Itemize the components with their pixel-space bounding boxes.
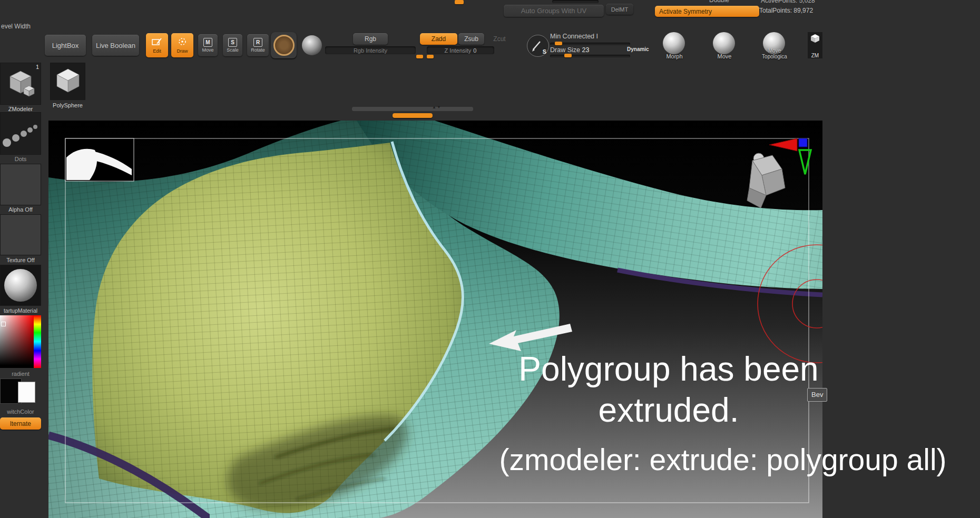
total-points-label: TotalPoints: 89,972 [759,7,813,14]
draw-size-nub[interactable] [564,54,572,57]
rotate-button[interactable]: R Rotate [247,34,269,56]
color-picker-sv-square[interactable] [0,315,34,368]
double-label: Double [709,0,729,4]
texture-label: Texture Off [0,257,41,263]
brush-move-topological[interactable]: Move Topologica [757,32,792,58]
color-picker-indicator [1,322,6,326]
gradient-label: radient [0,371,41,377]
current-tool-polysphere[interactable] [50,63,85,100]
texture-selector[interactable] [0,214,41,255]
alpha-ring-icon [273,35,295,56]
delmt-button[interactable]: DelMT [606,4,633,15]
zbrush-app: Double ActivePoints: 5,028 Auto Groups W… [0,0,980,518]
brush-morph[interactable]: Morph [658,32,691,58]
current-brush-zmodeler[interactable]: 1 [0,63,41,105]
switch-color-label: witchColor [0,409,41,415]
z-intensity-nub[interactable] [427,55,434,58]
material-label: tartupMaterial [0,307,41,314]
stroke-dots-selector[interactable] [0,112,41,155]
zmodeler-label: ZModeler [0,106,41,112]
stroke-label: Dots [0,156,41,162]
zsub-button[interactable]: Zsub [458,33,484,45]
rgb-intensity-slider[interactable]: Rgb Intensity [325,46,416,54]
tray-divider-track[interactable] [352,107,473,111]
bevel-popup-button[interactable]: Bev [807,388,827,402]
viewport-scene [48,121,822,518]
auto-groups-with-uv-button[interactable]: Auto Groups With UV [504,5,604,17]
move-brush-icon [713,32,735,54]
brush-zmodeler-clipped[interactable]: ZM [808,32,822,58]
live-boolean-button[interactable]: Live Boolean [92,35,139,56]
stroke-pen-button[interactable]: S [527,35,549,57]
color-picker-hue-strip[interactable] [34,315,41,368]
edit-icon [152,37,162,48]
viewport-canvas[interactable] [48,121,822,518]
tray-divider-handle[interactable] [393,113,433,118]
morph-brush-icon [663,32,685,54]
lightbox-button[interactable]: LightBox [45,35,86,56]
zcut-button[interactable]: Zcut [488,33,511,45]
move-icon: M [203,38,212,47]
zadd-button[interactable]: Zadd [420,33,457,45]
scale-icon: S [228,38,237,47]
rgb-intensity-nub[interactable] [416,55,423,58]
polysphere-cube-icon [55,67,81,94]
alpha-selector[interactable] [0,164,41,205]
draw-size-track[interactable] [550,55,630,57]
edit-button[interactable]: Edit [146,33,168,57]
secondary-color-swatch[interactable] [18,382,35,403]
dynamic-label: Dynamic [627,46,649,52]
startup-material-sphere-icon [4,269,37,302]
draw-size-label: Draw Size 23 [550,46,589,54]
material-selector[interactable] [0,265,41,306]
z-intensity-slider[interactable]: Z Intensity0 [427,46,494,54]
draw-button[interactable]: Draw [171,33,193,57]
dots-stroke-icon [0,112,41,155]
rgb-button[interactable]: Rgb [353,33,388,45]
alternate-button[interactable]: lternate [0,417,41,430]
alpha-label: Alpha Off [0,206,41,213]
bevel-width-label: evel Width [1,23,31,30]
draw-icon [178,37,187,48]
min-connected-nub[interactable] [555,42,562,45]
nav-thumbnail[interactable] [65,138,134,181]
top-partial-track[interactable] [552,0,599,3]
brush-move[interactable]: Move [708,32,741,58]
axis-z-blue-icon [799,138,807,147]
polysphere-label: PolySphere [50,102,85,108]
rotate-icon: R [253,38,262,47]
min-connected-label: Min Connected I [550,33,598,40]
active-points-label: ActivePoints: 5,028 [761,0,815,4]
tray-divider-arrows-icon[interactable]: ▲▼ [432,105,442,109]
material-sphere-icon [302,35,322,55]
move-button[interactable]: M Move [198,34,218,56]
top-slider-nub[interactable] [455,0,464,4]
brush-count-badge: 1 [36,64,39,70]
zmodeler-brush-icon [6,68,35,97]
scale-button[interactable]: S Scale [223,34,242,56]
current-alpha-button[interactable] [271,32,297,58]
activate-symmetry-button[interactable]: Activate Symmetry [655,6,759,17]
zmodeler-cube-icon [810,34,820,43]
current-material-button[interactable] [300,33,324,57]
stroke-s-label: S [543,48,546,55]
